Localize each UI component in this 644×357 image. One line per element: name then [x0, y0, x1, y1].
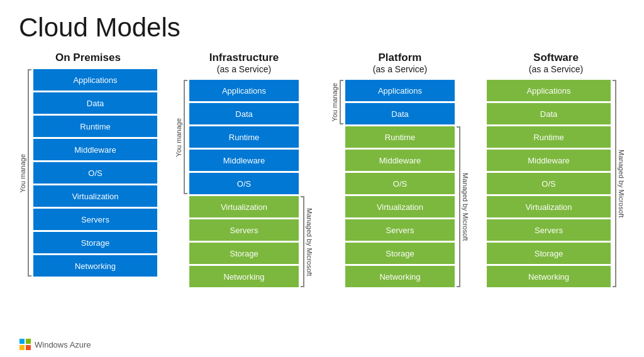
block-iaas-1: Data: [189, 103, 299, 124]
left-brace-line-on-premises: [28, 69, 31, 277]
column-header-paas: Platform(as a Service): [373, 52, 427, 75]
block-on-premises-1: Data: [33, 92, 157, 114]
blocks-iaas: ApplicationsDataRuntimeMiddlewareO/SVirt…: [189, 80, 299, 287]
block-iaas-6: Servers: [189, 219, 299, 241]
slide: Cloud Models On PremisesYou manageApplic…: [0, 0, 644, 357]
left-brace-iaas: You manage: [175, 80, 187, 194]
column-saas: Software(as a Service)ApplicationsDataRu…: [487, 52, 625, 287]
left-brace-line-iaas: [184, 80, 187, 194]
right-brace-line-paas: [457, 126, 460, 287]
column-paas: Platform(as a Service)You manageApplicat…: [331, 52, 469, 287]
block-iaas-7: Storage: [189, 243, 299, 264]
azure-logo-text: Windows Azure: [35, 340, 91, 349]
column-header-saas: Software(as a Service): [529, 52, 583, 75]
svg-rect-3: [26, 345, 31, 350]
block-saas-5: Virtualization: [487, 196, 611, 217]
svg-rect-0: [19, 339, 25, 344]
block-on-premises-0: Applications: [33, 69, 157, 91]
block-paas-7: Storage: [345, 243, 455, 264]
column-sub-title-iaas: (as a Service): [209, 64, 279, 75]
column-sub-title-saas: (as a Service): [529, 64, 583, 75]
block-paas-6: Servers: [345, 219, 455, 241]
block-on-premises-3: Middleware: [33, 139, 157, 160]
block-paas-0: Applications: [345, 80, 455, 101]
left-brace-on-premises: You manage: [19, 69, 31, 277]
right-brace-wrapper-iaas: Managed by Microsoft: [301, 80, 313, 287]
page-title: Cloud Models: [19, 13, 625, 43]
block-paas-4: O/S: [345, 173, 455, 194]
left-brace-paas: You manage: [331, 80, 343, 124]
columns-area: On PremisesYou manageApplicationsDataRun…: [19, 52, 625, 287]
block-on-premises-4: O/S: [33, 162, 157, 184]
blocks-on-premises: ApplicationsDataRuntimeMiddlewareO/SVirt…: [33, 69, 157, 277]
column-header-on-premises: On Premises: [55, 52, 121, 64]
right-brace-line-iaas: [301, 196, 304, 287]
right-brace-saas: Managed by Microsoft: [613, 80, 625, 287]
block-paas-5: Virtualization: [345, 196, 455, 217]
right-brace-line-saas: [613, 80, 616, 287]
column-sub-title-paas: (as a Service): [373, 64, 427, 75]
column-main-title-iaas: Infrastructure: [209, 52, 279, 64]
block-iaas-3: Middleware: [189, 150, 299, 171]
block-saas-7: Storage: [487, 243, 611, 264]
azure-logo: Windows Azure: [19, 338, 91, 351]
block-iaas-8: Networking: [189, 266, 299, 287]
right-brace-text-paas: Managed by Microsoft: [462, 173, 469, 241]
right-brace-iaas: Managed by Microsoft: [301, 196, 313, 287]
block-iaas-0: Applications: [189, 80, 299, 101]
block-on-premises-7: Storage: [33, 232, 157, 253]
block-saas-4: O/S: [487, 173, 611, 194]
block-on-premises-8: Networking: [33, 255, 157, 277]
svg-rect-2: [19, 345, 25, 350]
blocks-paas: ApplicationsDataRuntimeMiddlewareO/SVirt…: [345, 80, 455, 287]
column-main-title-on-premises: On Premises: [55, 52, 121, 64]
left-brace-text-paas: You manage: [331, 83, 338, 121]
block-iaas-2: Runtime: [189, 126, 299, 148]
blocks-saas: ApplicationsDataRuntimeMiddlewareO/SVirt…: [487, 80, 611, 287]
column-main-title-saas: Software: [529, 52, 583, 64]
left-brace-text-on-premises: You manage: [19, 154, 26, 192]
block-saas-6: Servers: [487, 219, 611, 241]
column-on-premises: On PremisesYou manageApplicationsDataRun…: [19, 52, 157, 277]
block-on-premises-5: Virtualization: [33, 185, 157, 207]
block-paas-3: Middleware: [345, 150, 455, 171]
footer: Windows Azure: [19, 338, 91, 351]
block-paas-2: Runtime: [345, 126, 455, 148]
right-brace-text-saas: Managed by Microsoft: [618, 150, 625, 217]
block-saas-3: Middleware: [487, 150, 611, 171]
block-on-premises-2: Runtime: [33, 116, 157, 137]
block-saas-1: Data: [487, 103, 611, 124]
block-iaas-5: Virtualization: [189, 196, 299, 217]
block-saas-8: Networking: [487, 266, 611, 287]
left-brace-text-iaas: You manage: [175, 118, 182, 157]
right-brace-text-iaas: Managed by Microsoft: [306, 208, 313, 276]
block-saas-0: Applications: [487, 80, 611, 101]
right-brace-paas: Managed by Microsoft: [457, 126, 469, 287]
left-brace-line-paas: [340, 80, 343, 124]
block-iaas-4: O/S: [189, 173, 299, 194]
block-paas-1: Data: [345, 103, 455, 124]
right-brace-wrapper-paas: Managed by Microsoft: [457, 80, 469, 287]
block-paas-8: Networking: [345, 266, 455, 287]
right-brace-wrapper-saas: Managed by Microsoft: [613, 80, 625, 287]
block-on-premises-6: Servers: [33, 209, 157, 230]
column-main-title-paas: Platform: [373, 52, 427, 64]
block-saas-2: Runtime: [487, 126, 611, 148]
svg-rect-1: [26, 339, 31, 344]
windows-azure-icon: [19, 338, 31, 351]
column-header-iaas: Infrastructure(as a Service): [209, 52, 279, 75]
column-iaas: Infrastructure(as a Service)You manageAp…: [175, 52, 313, 287]
